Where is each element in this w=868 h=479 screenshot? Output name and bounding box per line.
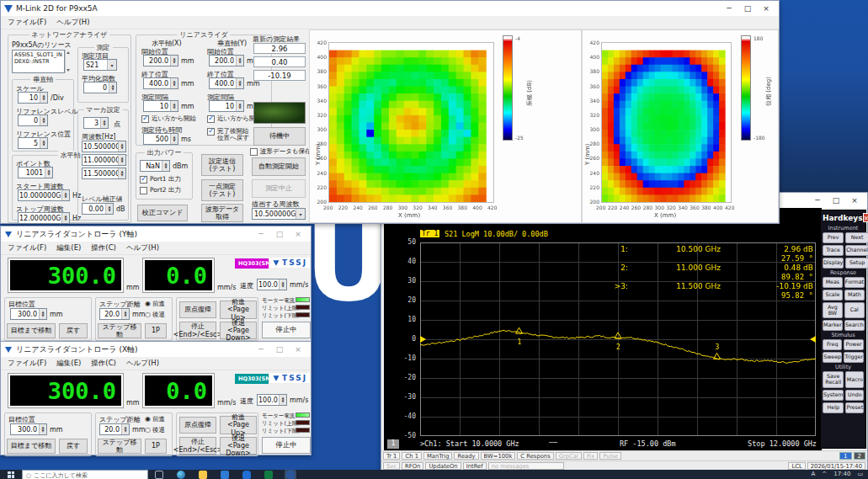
hardkey-cal[interactable]: Cal bbox=[844, 302, 865, 319]
ref-level-spinner[interactable]: 0▲▼ bbox=[18, 114, 48, 126]
excel-icon[interactable] bbox=[264, 471, 273, 479]
hardkey-avg-bw[interactable]: Avg BW bbox=[823, 302, 843, 319]
draw-freq-dropdown[interactable]: 10.500000G▾ bbox=[252, 208, 306, 220]
y-interval-spinner[interactable]: 10▲▼ bbox=[209, 100, 244, 112]
hardkey-macro[interactable]: Macro bbox=[845, 371, 864, 388]
speed-set-spinner[interactable]: 100.0▲▼ bbox=[257, 394, 287, 406]
move-to-target-button[interactable]: 目標まで移動 bbox=[7, 323, 56, 338]
jog-forward-button[interactable]: 前進 <Page Up> bbox=[220, 416, 257, 434]
y-start-spinner[interactable]: 200.0▲▼ bbox=[209, 55, 244, 67]
jog-backward-button[interactable]: 後退 <Page Down> bbox=[220, 322, 257, 339]
send-settings-button[interactable]: 設定送信 (テスト) bbox=[201, 154, 243, 176]
maximize-icon[interactable]: □ bbox=[827, 193, 845, 208]
return-button[interactable]: 戻す bbox=[59, 323, 88, 338]
marker-count-spinner[interactable]: 3▲▼ bbox=[83, 117, 109, 129]
hardkey-prev[interactable]: Prev bbox=[823, 232, 844, 243]
hardkey-freq[interactable]: Freq bbox=[823, 339, 842, 350]
target-spinner[interactable]: 300.0▲▼ bbox=[10, 308, 47, 320]
menu-file[interactable]: ファイル(F) bbox=[8, 359, 46, 368]
file-explorer-icon[interactable] bbox=[199, 471, 207, 479]
x-interval-spinner[interactable]: 10▲▼ bbox=[143, 100, 178, 112]
hardkey-system[interactable]: System bbox=[823, 390, 844, 401]
forward-radio[interactable]: ◉前進 bbox=[145, 300, 165, 308]
close-icon[interactable]: × bbox=[845, 193, 864, 208]
auto-measure-start-button[interactable]: 自動測定開始 bbox=[252, 157, 306, 176]
origin-return-button[interactable]: 原点復帰 bbox=[179, 301, 216, 318]
minimize-icon[interactable]: ─ bbox=[808, 193, 827, 208]
store-icon[interactable] bbox=[221, 471, 229, 479]
minimize-icon[interactable]: ─ bbox=[252, 226, 270, 242]
onedrive-icon[interactable] bbox=[242, 471, 251, 479]
backward-radio[interactable]: ○後退 bbox=[145, 426, 165, 434]
menu-help[interactable]: ヘルプ(H) bbox=[126, 359, 159, 368]
hardkey-undo[interactable]: Undo bbox=[845, 390, 864, 401]
hardkeys-page-tab-1[interactable]: 1 bbox=[839, 452, 851, 460]
hardkey-sweep[interactable]: Sweep bbox=[823, 352, 842, 363]
marker-freq-1-spinner[interactable]: 10.500000G▲▼ bbox=[82, 141, 126, 152]
backward-radio[interactable]: ○後退 bbox=[145, 311, 165, 319]
ime-indicator[interactable]: A bbox=[812, 471, 816, 477]
step-spinner[interactable]: 20.0▲▼ bbox=[99, 423, 130, 435]
hardkey-meas[interactable]: Meas bbox=[823, 277, 843, 288]
points-spinner[interactable]: 1001▲▼ bbox=[18, 167, 53, 178]
task-view-icon[interactable] bbox=[155, 471, 163, 479]
tray-arrow-icon[interactable]: ^ bbox=[822, 471, 827, 477]
close-icon[interactable]: × bbox=[757, 1, 775, 16]
single-measure-button[interactable]: 一点測定 (テスト) bbox=[201, 179, 243, 201]
hardkey-trace[interactable]: Trace bbox=[823, 245, 844, 256]
hardkey-setup[interactable]: Setup bbox=[845, 258, 868, 269]
y-end-spinner[interactable]: 400.0▲▼ bbox=[209, 77, 244, 89]
marker-freq-2-spinner[interactable]: 11.000000G▲▼ bbox=[82, 154, 126, 166]
resource-listbox[interactable]: ASSIS1_SLOT1_IN DEX0::INSTR bbox=[12, 50, 65, 73]
menu-file[interactable]: ファイル(F) bbox=[8, 18, 46, 27]
save-waveform-checkbox[interactable]: 波形データも保存 bbox=[250, 148, 312, 156]
power-spinner[interactable]: NaN▲▼ bbox=[140, 160, 170, 172]
hardkeys-page-tab-2[interactable]: 2 bbox=[854, 452, 865, 460]
stop-button[interactable]: 停止 <End>/<Esc> bbox=[179, 437, 216, 455]
speed-set-spinner[interactable]: 100.0▲▼ bbox=[257, 279, 287, 290]
measure-item-dropdown[interactable]: S21▾ bbox=[83, 59, 117, 71]
return-button[interactable]: 戻す bbox=[59, 439, 88, 454]
hardkey-search[interactable]: Search bbox=[844, 320, 865, 331]
step-move-button[interactable]: ステップ移動 bbox=[98, 323, 141, 338]
ref-pos-spinner[interactable]: 5▲▼ bbox=[18, 137, 48, 149]
x-end-spinner[interactable]: 400.0▲▼ bbox=[143, 77, 178, 89]
hardkey-format[interactable]: Format bbox=[844, 277, 865, 288]
standby-status-button[interactable]: 待機中 bbox=[253, 127, 306, 146]
hardkeys-close-icon[interactable]: × bbox=[863, 213, 868, 222]
target-spinner[interactable]: 300.0▲▼ bbox=[10, 423, 47, 435]
minimize-icon[interactable]: ─ bbox=[720, 1, 738, 16]
step-move-button[interactable]: ステップ移動 bbox=[98, 439, 141, 454]
x-wait-spinner[interactable]: 500▲▼ bbox=[143, 133, 178, 145]
port1-checkbox[interactable]: Port1 出力 bbox=[140, 176, 181, 184]
port2-checkbox[interactable]: Port2 出力 bbox=[140, 187, 181, 194]
notification-icon[interactable]: ▭ bbox=[857, 471, 863, 477]
menu-help[interactable]: ヘルプ(H) bbox=[56, 18, 89, 27]
resource-scrollbar[interactable] bbox=[65, 50, 71, 73]
hardkey-save-recall[interactable]: Save Recall bbox=[823, 371, 844, 388]
menu-operate[interactable]: 操作(C) bbox=[91, 359, 116, 368]
edge-browser-icon[interactable] bbox=[177, 471, 185, 479]
taskbar-clock[interactable]: 17:40 bbox=[833, 471, 850, 477]
taskbar-search[interactable]: ○ここに入力して検索 bbox=[22, 470, 148, 479]
menu-edit[interactable]: 編集(E) bbox=[56, 359, 81, 368]
hardkey-display[interactable]: Display bbox=[823, 258, 844, 269]
one-pulse-button[interactable]: 1P bbox=[145, 323, 167, 338]
active-app-icon[interactable] bbox=[286, 471, 295, 479]
x-near-start-checkbox[interactable]: 近い方から開始 bbox=[141, 115, 196, 123]
maximize-icon[interactable]: □ bbox=[270, 342, 289, 357]
hardkey-power[interactable]: Power bbox=[844, 339, 864, 350]
menu-edit[interactable]: 編集(E) bbox=[56, 243, 81, 253]
hardkey-math[interactable]: Math bbox=[844, 290, 865, 301]
x-start-spinner[interactable]: 200.0▲▼ bbox=[143, 55, 178, 67]
hardkey-marker[interactable]: Marker bbox=[823, 320, 843, 331]
hardkey-channel[interactable]: Channel bbox=[845, 245, 868, 256]
stop-freq-spinner[interactable]: 12.000000G▲▼ bbox=[18, 212, 70, 224]
jog-backward-button[interactable]: 後退 <Page Down> bbox=[220, 437, 257, 455]
menu-file[interactable]: ファイル(F) bbox=[8, 243, 46, 253]
level-correction-spinner[interactable]: 0.00▲▼ bbox=[82, 203, 114, 215]
hardkey-next[interactable]: Next bbox=[845, 232, 868, 243]
hardkey-trigger[interactable]: Trigger bbox=[844, 352, 864, 363]
scale-spinner[interactable]: 10▲▼ bbox=[18, 92, 48, 104]
hardkey-help[interactable]: Help bbox=[823, 402, 844, 413]
